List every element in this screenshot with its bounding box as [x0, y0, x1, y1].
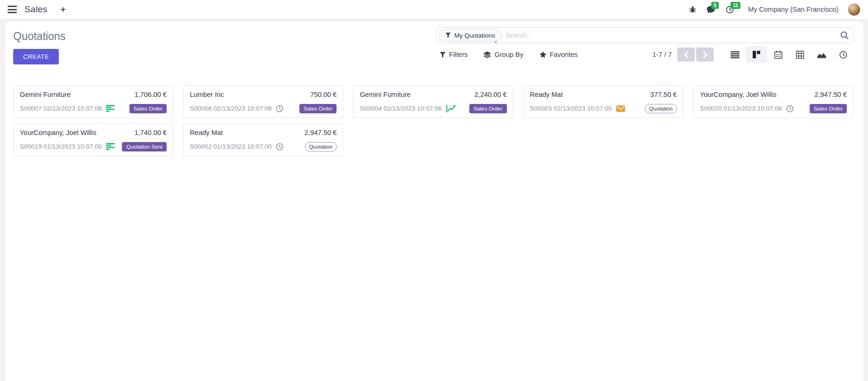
activity-list-icon[interactable]: [106, 105, 115, 112]
customer-name: YourCompany, Joel Willis: [20, 129, 96, 136]
search-bar[interactable]: My Quotations ×: [436, 27, 854, 43]
pager-previous-button[interactable]: [677, 48, 695, 62]
quotation-reference: S00003 02/13/2023 10:07:05: [530, 105, 612, 112]
messages-count-badge: 5: [711, 2, 719, 9]
quotation-reference: S00004 02/13/2023 10:07:06: [360, 105, 442, 112]
activity-chart-icon[interactable]: [446, 105, 456, 112]
pager-value[interactable]: 1-7 / 7: [652, 51, 672, 58]
facet-remove-icon[interactable]: ×: [494, 39, 498, 46]
customer-name: Lumber Inc: [190, 91, 224, 98]
quotation-card[interactable]: Ready Mat 377.50 € S00003 02/13/2023 10:…: [523, 85, 683, 118]
debug-bug-icon[interactable]: [686, 4, 699, 15]
add-tab-button[interactable]: +: [61, 4, 66, 15]
user-avatar[interactable]: [848, 3, 860, 16]
quotation-reference: S00020 01/13/2023 10:07:06: [700, 105, 782, 112]
activity-clock-icon[interactable]: [276, 143, 283, 151]
quotation-card[interactable]: Gemini Furniture 2,240.00 € S00004 02/13…: [353, 85, 513, 118]
quotation-card[interactable]: Lumber Inc 750.00 € S00006 02/13/2023 10…: [183, 85, 343, 118]
customer-name: Gemini Furniture: [360, 91, 410, 98]
page-title: Quotations: [13, 30, 65, 43]
view-activity-icon[interactable]: [832, 46, 854, 63]
customer-name: Gemini Furniture: [20, 91, 71, 98]
company-switcher[interactable]: My Company (San Francisco): [748, 6, 838, 13]
app-menu-sales[interactable]: Sales: [24, 4, 48, 15]
activity-clock-icon[interactable]: [276, 105, 283, 112]
activities-clock-icon[interactable]: 11: [723, 4, 737, 16]
quotation-card[interactable]: YourCompany, Joel Willis 1,740.00 € S000…: [13, 123, 173, 156]
search-input[interactable]: [506, 32, 840, 39]
status-badge: Sales Order: [129, 104, 167, 113]
layers-icon: [483, 51, 491, 58]
quotation-amount: 2,947.50 €: [814, 91, 847, 98]
chevron-left-icon: [684, 51, 689, 58]
messages-icon[interactable]: 5: [704, 4, 718, 16]
status-badge: Sales Order: [299, 104, 337, 113]
view-kanban-icon[interactable]: [746, 46, 767, 63]
search-facet-label: My Quotations: [454, 32, 495, 39]
customer-name: Ready Mat: [190, 129, 223, 136]
activity-list-icon[interactable]: [106, 143, 115, 150]
view-list-icon[interactable]: [724, 46, 746, 63]
quotation-amount: 2,240.00 €: [474, 91, 507, 98]
quotation-amount: 1,706.00 €: [135, 91, 167, 98]
quotation-card[interactable]: YourCompany, Joel Willis 2,947.50 € S000…: [693, 85, 853, 118]
quotation-amount: 750.00 €: [310, 91, 337, 98]
quotation-amount: 1,740.00 €: [135, 129, 167, 136]
customer-name: YourCompany, Joel Willis: [700, 91, 777, 98]
filters-button[interactable]: Filters: [440, 51, 467, 58]
search-facet: My Quotations: [439, 29, 502, 41]
quotation-reference: S00007 02/13/2023 10:07:06: [20, 105, 102, 112]
activity-clock-icon[interactable]: [786, 105, 794, 112]
view-calendar-icon[interactable]: [767, 46, 789, 63]
favorites-button[interactable]: Favorites: [539, 51, 578, 58]
chevron-right-icon: [703, 51, 707, 58]
create-button[interactable]: CREATE: [13, 49, 59, 64]
quotation-amount: 377.50 €: [650, 91, 676, 98]
pager-next-button[interactable]: [696, 48, 714, 62]
activities-count-badge: 11: [731, 2, 740, 9]
view-graph-icon[interactable]: [811, 46, 832, 63]
quotation-card[interactable]: Gemini Furniture 1,706.00 € S00007 02/13…: [13, 85, 173, 118]
quotation-amount: 2,947.50 €: [305, 129, 337, 136]
status-badge: Quotation: [645, 104, 677, 113]
main-panel: Quotations CREATE My Quotations ×: [5, 22, 863, 381]
star-icon: [539, 51, 547, 58]
group-by-button[interactable]: Group By: [483, 51, 523, 58]
control-panel: Quotations CREATE My Quotations ×: [5, 22, 863, 64]
filter-icon: [445, 32, 451, 38]
view-pivot-icon[interactable]: [789, 46, 811, 63]
status-badge: Quotation: [305, 142, 337, 151]
customer-name: Ready Mat: [530, 91, 563, 98]
view-switcher: [724, 46, 854, 63]
quotation-reference: S00019 01/13/2023 10:07:00: [20, 143, 102, 150]
kanban-grid: Gemini Furniture 1,706.00 € S00007 02/13…: [5, 64, 863, 156]
status-badge: Sales Order: [810, 104, 847, 113]
activity-envelope-icon[interactable]: [616, 105, 625, 112]
hamburger-menu-icon[interactable]: [7, 5, 18, 14]
status-badge: Sales Order: [469, 104, 506, 113]
search-icon[interactable]: [840, 31, 849, 40]
quotation-card[interactable]: Ready Mat 2,947.50 € S00002 01/13/2023 1…: [183, 123, 343, 156]
top-nav-bar: Sales + 5 11 My Company (San Francisco): [0, 0, 868, 19]
filter-icon: [440, 52, 446, 58]
quotation-reference: S00006 02/13/2023 10:07:06: [190, 105, 272, 112]
status-badge: Quotation Sent: [122, 142, 167, 151]
quotation-reference: S00002 01/13/2023 10:07:00: [190, 143, 272, 150]
